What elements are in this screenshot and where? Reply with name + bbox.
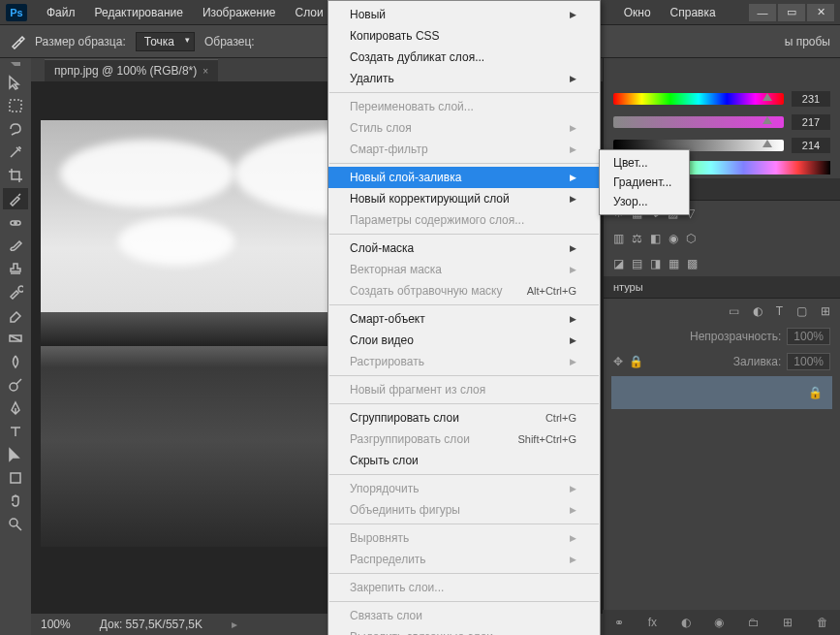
vibrance-icon[interactable]: ▥	[613, 232, 624, 245]
mask-icon[interactable]: ◐	[753, 304, 762, 318]
link-icon[interactable]: ⚭	[614, 616, 624, 629]
submenu-item[interactable]: Цвет...	[600, 153, 689, 173]
poster-icon[interactable]: ▤	[632, 257, 642, 270]
tool-stamp[interactable]	[3, 258, 28, 279]
sat-slider[interactable]	[613, 116, 784, 128]
menu-item: Закрепить слои...	[328, 577, 600, 598]
tool-gradient[interactable]	[3, 328, 28, 349]
fill-layer-submenu: Цвет...Градиент...Узор...	[599, 149, 690, 215]
submenu-item[interactable]: Узор...	[600, 192, 689, 211]
close-tab-icon[interactable]: ×	[202, 66, 208, 77]
sel-color-icon[interactable]: ▩	[687, 257, 698, 270]
menu-file[interactable]: Файл	[37, 6, 85, 19]
menu-item[interactable]: Скрыть слои	[328, 450, 600, 471]
mask-add-icon[interactable]: ◐	[681, 616, 691, 629]
tool-zoom[interactable]	[3, 514, 28, 535]
menu-help[interactable]: Справка	[661, 6, 726, 19]
menu-item: Смарт-фильтр▶	[328, 139, 600, 160]
bw-icon[interactable]: ◧	[650, 232, 661, 245]
tool-crop[interactable]	[3, 165, 28, 186]
menu-item[interactable]: Слой-маска▶	[328, 238, 600, 259]
tool-marquee[interactable]	[3, 95, 28, 116]
bri-value[interactable]: 214	[792, 138, 830, 153]
menu-item[interactable]: Новый▶	[328, 4, 600, 25]
hue-value[interactable]: 231	[792, 91, 830, 107]
menu-item: Растрировать▶	[328, 351, 600, 372]
menu-edit[interactable]: Редактирование	[85, 6, 193, 19]
menu-item[interactable]: Новый корректирующий слой▶	[328, 188, 600, 209]
tool-lasso[interactable]	[3, 118, 28, 140]
layers-tab[interactable]: нтуры	[604, 276, 840, 299]
menu-item: Упорядочить▶	[328, 478, 600, 499]
adjustment-row-2: ▥⚖◧◉⬡	[604, 226, 840, 251]
filter-icon[interactable]: ▭	[729, 304, 739, 318]
hue-slider[interactable]	[613, 93, 784, 105]
tool-pen[interactable]	[3, 397, 28, 419]
opacity-value[interactable]: 100%	[787, 328, 830, 345]
tool-blur[interactable]	[3, 351, 28, 372]
svg-rect-0	[10, 100, 21, 111]
menu-item: Векторная маска▶	[328, 259, 600, 280]
document-tab[interactable]: прпр.jpg @ 100% (RGB/8*) ×	[45, 59, 218, 81]
menu-item[interactable]: Смарт-объект▶	[328, 308, 600, 330]
new-layer-icon[interactable]: ⊞	[783, 616, 793, 629]
tool-eraser[interactable]	[3, 304, 28, 326]
layer-background[interactable]: 🔒	[611, 376, 832, 409]
menu-item[interactable]: Копировать CSS	[328, 25, 600, 47]
svg-point-5	[10, 519, 17, 526]
submenu-item[interactable]: Градиент...	[600, 173, 689, 192]
menu-item[interactable]: Слои видео▶	[328, 330, 600, 351]
folder-icon[interactable]: 🗀	[748, 616, 760, 629]
menu-item: Стиль слоя▶	[328, 117, 600, 139]
smart-icon[interactable]: ⊞	[821, 304, 830, 318]
menu-item[interactable]: Удалить▶	[328, 68, 600, 89]
tool-brush[interactable]	[3, 235, 28, 256]
fill-value[interactable]: 100%	[787, 353, 830, 370]
tool-dodge[interactable]	[3, 374, 28, 396]
lock-icon[interactable]: 🔒	[629, 355, 643, 368]
menu-window[interactable]: Окно	[614, 6, 661, 19]
sat-value[interactable]: 217	[792, 114, 830, 130]
trash-icon[interactable]: 🗑	[817, 616, 828, 629]
tool-heal[interactable]	[3, 211, 28, 233]
shape-icon[interactable]: ▢	[796, 304, 807, 318]
sample-size-select[interactable]: Точка	[136, 32, 195, 51]
maximize-button[interactable]: ▭	[778, 4, 805, 21]
sample-label: Образец:	[204, 35, 255, 48]
balance-icon[interactable]: ⚖	[632, 232, 642, 245]
tool-move[interactable]	[3, 72, 28, 93]
document-title: прпр.jpg @ 100% (RGB/8*)	[54, 64, 197, 78]
tool-type[interactable]	[3, 421, 28, 442]
tool-hand[interactable]	[3, 491, 28, 512]
adjust-add-icon[interactable]: ◉	[714, 616, 724, 629]
eyedropper-icon	[10, 34, 25, 49]
tool-shape[interactable]	[3, 467, 28, 489]
close-button[interactable]: ✕	[807, 4, 834, 21]
type-icon[interactable]: T	[776, 304, 783, 318]
tool-eyedropper[interactable]	[3, 188, 28, 209]
lock-move-icon[interactable]: ✥	[613, 355, 623, 368]
menu-item[interactable]: Создать дубликат слоя...	[328, 47, 600, 68]
thresh-icon[interactable]: ◨	[650, 257, 661, 270]
sample-size-label: Размер образца:	[35, 35, 126, 48]
photo-filter-icon[interactable]: ◉	[669, 232, 678, 245]
invert-icon[interactable]: ◪	[613, 257, 624, 270]
menu-item[interactable]: Сгруппировать слоиCtrl+G	[328, 407, 600, 429]
layers-footer: ⚭ fx ◐ ◉ 🗀 ⊞ 🗑	[603, 610, 840, 635]
right-panels: 231 217 214 ировку ☀▦↯▨▽ ▥⚖◧◉⬡ ◪▤◨▦▩ нту…	[603, 58, 840, 635]
layers-menu: Новый▶Копировать CSSСоздать дубликат сло…	[327, 0, 601, 635]
toolbox	[0, 58, 31, 635]
tool-history-brush[interactable]	[3, 281, 28, 302]
mixer-icon[interactable]: ⬡	[686, 232, 696, 245]
grad-icon[interactable]: ▦	[669, 257, 679, 270]
menu-item[interactable]: Новый слой-заливка▶	[328, 167, 600, 188]
menu-image[interactable]: Изображение	[193, 6, 286, 19]
menu-item: Переименовать слой...	[328, 96, 600, 117]
tool-path[interactable]	[3, 444, 28, 465]
fx-icon[interactable]: fx	[648, 616, 657, 629]
menu-layers[interactable]: Слои	[286, 6, 333, 19]
minimize-button[interactable]: —	[749, 4, 776, 21]
tool-wand[interactable]	[3, 142, 28, 163]
lock-indicator-icon: 🔒	[808, 386, 823, 399]
zoom-level[interactable]: 100%	[41, 618, 71, 631]
